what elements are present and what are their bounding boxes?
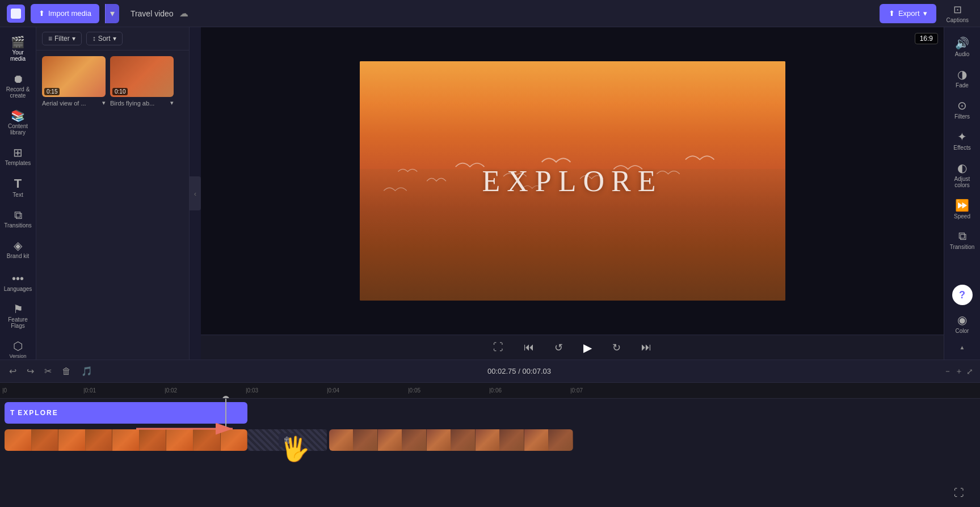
video-clip-1[interactable] — [5, 429, 247, 451]
filter-button[interactable]: ≡ Filter ▾ — [42, 32, 82, 45]
zoom-fit-button[interactable]: ⤢ — [966, 367, 973, 376]
app-logo — [7, 5, 25, 23]
right-item-filters[interactable]: ⊙ Filters — [946, 94, 979, 124]
ruler-mark-3: |0:03 — [246, 387, 258, 394]
play-button[interactable]: ▶ — [579, 339, 596, 357]
video-clip-2[interactable] — [329, 429, 573, 451]
media-options-2[interactable]: ▾ — [170, 99, 174, 107]
record-create-icon: ⏺ — [12, 73, 24, 84]
right-panel-collapse-button[interactable]: ▲ — [946, 340, 979, 355]
media-options-1[interactable]: ▾ — [102, 99, 106, 107]
film-frame2-3 — [378, 429, 402, 451]
media-name-1: Aerial view of ... — [42, 100, 86, 107]
project-name[interactable]: Travel video — [131, 9, 174, 18]
captions-button[interactable]: ⊡ Captions — [942, 3, 973, 23]
add-audio-button[interactable]: 🎵 — [79, 364, 95, 379]
forward-5s-button[interactable]: ↻ — [608, 339, 625, 356]
film-frame2-7 — [476, 429, 500, 451]
speed-icon: ⏩ — [955, 198, 969, 212]
fade-icon: ◑ — [957, 67, 967, 81]
sort-button[interactable]: ↕ Sort ▾ — [86, 32, 123, 45]
ruler-mark-1: |0:01 — [83, 387, 96, 394]
time-display: 00:02.75 / 00:07.03 — [100, 367, 938, 375]
text-track-clip[interactable]: T EXPLORE — [5, 402, 247, 424]
media-thumbnail-1[interactable]: 0:15 — [42, 56, 106, 97]
panel-collapse-button[interactable]: ‹ — [190, 176, 201, 210]
film-frame2-5 — [427, 429, 451, 451]
cloud-save-icon: ☁ — [179, 8, 188, 19]
zoom-in-button[interactable]: ＋ — [955, 366, 963, 377]
import-media-button[interactable]: ⬆ Import media — [31, 4, 99, 23]
sidebar-item-your-media[interactable]: 🎬 Your media — [2, 32, 35, 66]
filter-icon: ≡ — [48, 35, 52, 43]
audio-icon: 🔊 — [955, 36, 969, 50]
color-icon: ◉ — [957, 313, 967, 327]
undo-button[interactable]: ↩ — [7, 364, 19, 379]
film-frame2-4 — [402, 429, 427, 451]
sidebar-item-version: ⬡ Version9ba8658 — [2, 336, 35, 360]
skip-forward-button[interactable]: ⏭ — [637, 339, 656, 356]
film-frame-7 — [166, 429, 194, 451]
right-item-effects[interactable]: ✦ Effects — [946, 125, 979, 155]
ruler-mark-4: |0:04 — [327, 387, 339, 394]
film-frame-8 — [194, 429, 221, 451]
preview-text-overlay: EXPLORE — [482, 164, 663, 198]
text-clip-label: EXPLORE — [18, 409, 58, 417]
languages-icon: ••• — [12, 273, 24, 284]
media-label-2: Birds flying ab... ▾ — [110, 99, 174, 107]
right-item-adjust-colors[interactable]: ◐ Adjustcolors — [946, 157, 979, 193]
gap-delete-button[interactable]: 🗑 — [279, 433, 296, 447]
text-track-content: T EXPLORE — [2, 402, 978, 427]
help-button[interactable]: ? — [952, 285, 973, 305]
sidebar-item-label-flags: FeatureFlags — [8, 316, 27, 329]
film-frame-4 — [86, 429, 113, 451]
sidebar-item-content-library[interactable]: 📚 Contentlibrary — [2, 105, 35, 140]
film-frame2-10 — [549, 429, 573, 451]
crop-button[interactable]: ⛶ — [489, 339, 508, 356]
skip-back-button[interactable]: ⏮ — [519, 339, 539, 356]
sidebar-item-label-templates: Templates — [5, 160, 31, 166]
sidebar-item-languages[interactable]: ••• Languages — [2, 268, 35, 297]
effects-label: Effects — [953, 145, 970, 151]
sidebar-item-feature-flags[interactable]: ⚑ FeatureFlags — [2, 299, 35, 333]
media-grid: 0:15 Aerial view of ... ▾ 0:10 Birds fly… — [36, 50, 189, 112]
redo-button[interactable]: ↪ — [24, 364, 36, 379]
zoom-out-button[interactable]: － — [944, 366, 952, 377]
right-item-audio[interactable]: 🔊 Audio — [946, 32, 979, 62]
topbar: ⬆ Import media ▾ Travel video ☁ ⬆ Export… — [0, 0, 980, 27]
duration-badge-2: 0:10 — [112, 88, 128, 95]
sidebar-item-transitions[interactable]: ⧉ Transitions — [2, 205, 35, 233]
sidebar-item-record-create[interactable]: ⏺ Record &create — [2, 69, 35, 103]
right-item-color[interactable]: ◉ Color — [946, 309, 979, 339]
sidebar-item-label-content: Contentlibrary — [8, 123, 28, 136]
sidebar-item-brand-kit[interactable]: ◈ Brand kit — [2, 235, 35, 264]
timeline-content: |0 |0:01 |0:02 |0:03 |0:04 |0:05 |0:06 |… — [0, 383, 980, 507]
ruler-mark-7: |0:07 — [570, 387, 583, 394]
right-item-fade[interactable]: ◑ Fade — [946, 63, 979, 93]
right-item-speed[interactable]: ⏩ Speed — [946, 194, 979, 224]
filters-label: Filters — [954, 113, 970, 120]
rewind-5s-button[interactable]: ↺ — [550, 339, 567, 356]
filter-dropdown-icon: ▾ — [72, 35, 75, 43]
media-thumbnail-2[interactable]: 0:10 — [110, 56, 174, 97]
media-item-2[interactable]: 0:10 Birds flying ab... ▾ — [110, 56, 174, 107]
effects-icon: ✦ — [957, 130, 967, 143]
sidebar-item-text[interactable]: T Text — [2, 173, 35, 202]
duration-badge-1: 0:15 — [44, 88, 60, 95]
export-icon: ⬆ — [889, 9, 895, 18]
sidebar-item-templates[interactable]: ⊞ Templates — [2, 142, 35, 171]
film-frame-6 — [140, 429, 167, 451]
sidebar-item-label-version: Version9ba8658 — [8, 353, 28, 360]
media-item-1[interactable]: 0:15 Aerial view of ... ▾ — [42, 56, 106, 107]
export-dropdown-icon: ▾ — [923, 9, 927, 18]
tracks-playhead-line — [225, 399, 226, 430]
export-button[interactable]: ⬆ Export ▾ — [880, 4, 936, 23]
cut-button[interactable]: ✂ — [42, 364, 54, 379]
delete-button[interactable]: 🗑 — [60, 364, 73, 379]
sidebar-item-label-transitions: Transitions — [4, 222, 32, 229]
timeline-ruler: |0 |0:01 |0:02 |0:03 |0:04 |0:05 |0:06 |… — [0, 383, 980, 399]
right-item-transition[interactable]: ⧉ Transition — [946, 225, 979, 255]
import-dropdown-arrow[interactable]: ▾ — [105, 4, 119, 23]
preview-controls: ⛶ ⏮ ↺ ▶ ↻ ⏭ ⛶ — [201, 335, 944, 360]
film-frame2-2 — [354, 429, 378, 451]
